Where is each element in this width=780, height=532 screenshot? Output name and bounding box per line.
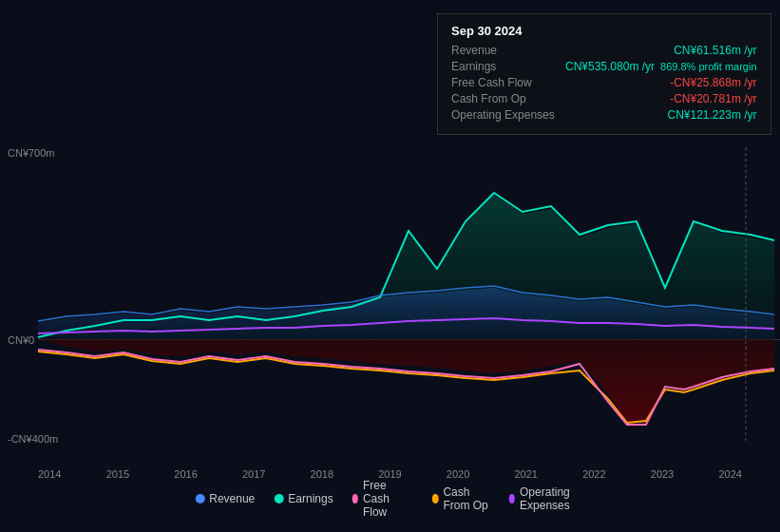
legend-item-fcf: Free Cash Flow	[352, 479, 413, 519]
legend-label-cashfromop: Cash From Op	[443, 485, 489, 512]
tooltip-value-revenue: CN¥61.516m /yr	[674, 44, 756, 57]
legend-dot-opex	[509, 494, 515, 504]
x-axis: 2014 2015 2016 2017 2018 2019 2020 2021 …	[0, 465, 780, 480]
tooltip-value-fcf: -CN¥25.868m /yr	[670, 76, 756, 89]
tooltip-label-opex: Operating Expenses	[451, 108, 565, 122]
legend-label-revenue: Revenue	[209, 492, 255, 505]
tooltip-label-revenue: Revenue	[451, 44, 565, 57]
x-label-2015: 2015	[106, 468, 129, 480]
x-label-2014: 2014	[38, 468, 61, 480]
legend-item-cashfromop: Cash From Op	[432, 485, 490, 512]
x-label-2022: 2022	[582, 468, 605, 480]
x-label-2024: 2024	[718, 468, 741, 480]
x-label-2016: 2016	[174, 468, 197, 480]
legend-dot-revenue	[195, 494, 204, 504]
legend-dot-fcf	[352, 494, 358, 504]
tooltip-row-cashfromop: Cash From Op -CN¥20.781m /yr	[451, 92, 757, 105]
tooltip-row-revenue: Revenue CN¥61.516m /yr	[451, 44, 757, 57]
tooltip-row-earnings: Earnings CN¥535.080m /yr 869.8% profit m…	[451, 60, 757, 73]
chart-container: Sep 30 2024 Revenue CN¥61.516m /yr Earni…	[0, 0, 780, 532]
tooltip-date: Sep 30 2024	[451, 24, 757, 38]
tooltip-value-earnings: CN¥535.080m /yr	[565, 60, 655, 73]
legend-item-earnings: Earnings	[274, 492, 333, 505]
tooltip-label-cashfromop: Cash From Op	[451, 92, 565, 105]
legend-dot-earnings	[274, 494, 283, 504]
legend-item-revenue: Revenue	[195, 492, 255, 505]
tooltip-profit-margin: 869.8% profit margin	[660, 61, 757, 72]
tooltip-label-fcf: Free Cash Flow	[451, 76, 565, 89]
tooltip-row-fcf: Free Cash Flow -CN¥25.868m /yr	[451, 76, 757, 89]
legend-label-opex: Operating Expenses	[520, 485, 585, 512]
legend-label-fcf: Free Cash Flow	[363, 479, 413, 519]
legend: Revenue Earnings Free Cash Flow Cash Fro…	[195, 479, 585, 519]
legend-item-opex: Operating Expenses	[509, 485, 585, 512]
tooltip-value-opex: CN¥121.223m /yr	[668, 108, 757, 122]
main-chart	[0, 147, 780, 442]
legend-dot-cashfromop	[432, 494, 438, 504]
tooltip-label-earnings: Earnings	[451, 60, 565, 73]
x-label-2023: 2023	[651, 468, 674, 480]
tooltip-box: Sep 30 2024 Revenue CN¥61.516m /yr Earni…	[437, 13, 771, 135]
tooltip-value-cashfromop: -CN¥20.781m /yr	[670, 92, 756, 105]
legend-label-earnings: Earnings	[288, 492, 333, 505]
tooltip-row-opex: Operating Expenses CN¥121.223m /yr	[451, 108, 757, 122]
